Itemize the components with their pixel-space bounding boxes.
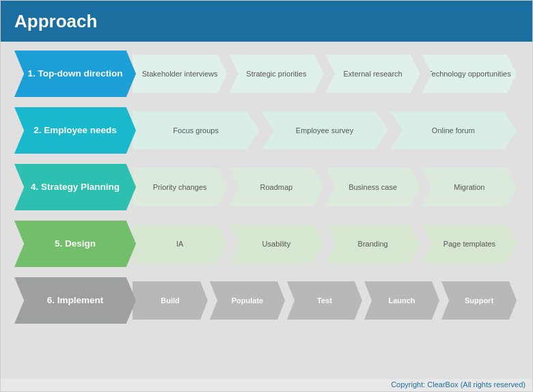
phase-item: Focus groups <box>133 111 259 150</box>
approach-row-row4: 5. DesignIAUsabilityBrandingPage templat… <box>14 217 519 270</box>
approach-row-row5: 6. ImplementBuildPopulateTestLaunchSuppo… <box>14 274 519 327</box>
phase-item: Test <box>287 281 362 320</box>
phase-item: Branding <box>326 225 420 263</box>
phase-items-row4: IAUsabilityBrandingPage templates <box>133 223 519 264</box>
phase-label-row1: 1. Top-down direction <box>14 51 136 97</box>
phase-item: Employee survey <box>261 111 387 150</box>
phase-item: Online forum <box>390 111 517 150</box>
phase-item: Migration <box>422 168 517 206</box>
approach-row-row3: 4. Strategy PlanningPriority changesRoad… <box>14 160 519 214</box>
phase-items-row3: Priority changesRoadmapBusiness caseMigr… <box>133 167 519 208</box>
phase-items-row1: Stakeholder interviewsStrategic prioriti… <box>133 53 519 94</box>
phase-label-row5: 6. Implement <box>14 277 136 324</box>
slide-body: 1. Top-down directionStakeholder intervi… <box>1 42 532 379</box>
phase-item: Support <box>441 281 517 320</box>
phase-item: IA <box>133 225 227 263</box>
phase-item: Roadmap <box>229 168 323 206</box>
phase-item: Usability <box>229 225 323 263</box>
slide-title: Approach <box>14 11 97 32</box>
phase-item: Stakeholder interviews <box>133 55 227 93</box>
phase-item: Technology opportunities <box>422 55 517 93</box>
copyright: Copyright: ClearBox (All rights reserved… <box>1 379 532 391</box>
phase-label-row3: 4. Strategy Planning <box>14 164 136 210</box>
phase-item: External research <box>326 55 420 93</box>
phase-item: Business case <box>326 168 420 206</box>
phase-items-row2: Focus groupsEmployee surveyOnline forum <box>133 110 519 151</box>
phase-item: Populate <box>210 281 285 320</box>
phase-item: Launch <box>364 281 439 320</box>
phase-label-row2: 2. Employee needs <box>14 107 136 154</box>
title-bar: Approach <box>1 1 532 42</box>
phase-item: Build <box>133 281 208 320</box>
phase-label-row4: 5. Design <box>14 221 136 267</box>
phase-item: Page templates <box>422 225 517 263</box>
phase-item: Strategic priorities <box>229 55 323 93</box>
phase-items-row5: BuildPopulateTestLaunchSupport <box>133 280 519 321</box>
approach-row-row1: 1. Top-down directionStakeholder intervi… <box>14 47 519 100</box>
phase-item: Priority changes <box>133 168 227 206</box>
approach-row-row2: 2. Employee needsFocus groupsEmployee su… <box>14 104 519 157</box>
slide-wrapper: Approach 1. Top-down directionStakeholde… <box>0 0 533 392</box>
